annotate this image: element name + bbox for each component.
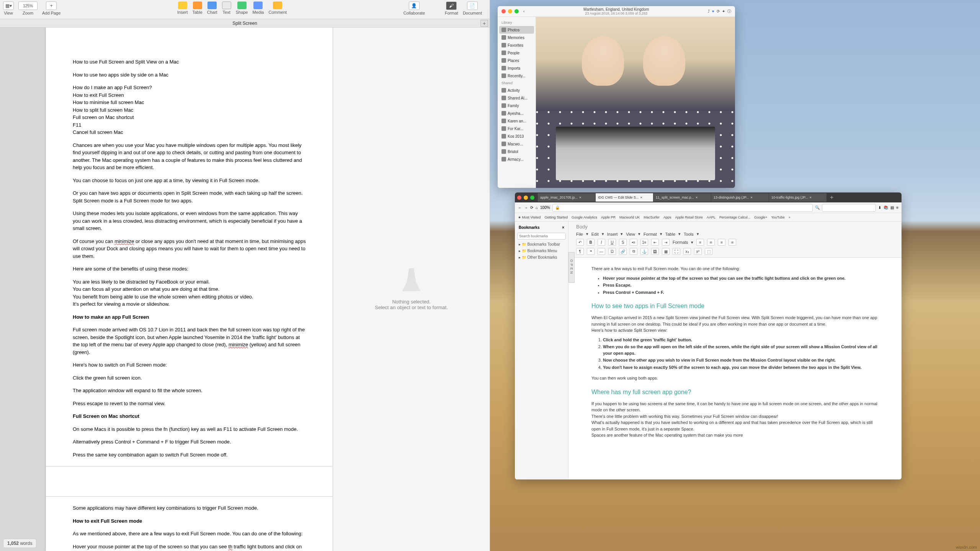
zoom-level[interactable]: 100% [540,205,550,210]
strike-button[interactable]: S [619,239,627,246]
info-icon[interactable]: ⓘ [727,9,731,14]
zoom-select[interactable]: 125% [18,2,38,10]
fullscreen-button[interactable]: ⛶ [673,248,680,255]
close-button[interactable] [517,196,521,200]
bookmark-item[interactable]: YouTube [771,215,784,219]
menu-edit[interactable]: Edit [591,232,599,236]
bookmark-item[interactable]: Google Analytics [572,215,597,219]
bookmark-item[interactable]: Apple Retail Store [675,215,703,219]
menu-file[interactable]: File [576,232,583,236]
tab-close-icon[interactable]: × [696,196,697,199]
enhance-icon[interactable]: ✦ [722,9,725,13]
forward-button[interactable]: → [524,205,528,210]
bookmark-item[interactable]: ★ Most Visited [518,215,541,219]
bookmark-item[interactable]: MacSurfer [644,215,660,219]
browser-tab[interactable]: 11_split_screen_mac.p...× [653,193,711,202]
sidebar-recently[interactable]: Recently... [499,72,534,80]
bookmark-item[interactable]: Getting Started [544,215,568,219]
number-list-button[interactable]: 1≡ [640,239,648,246]
library-icon[interactable]: 📚 [884,205,888,210]
sidebar-people[interactable]: People [499,49,534,57]
browser-tab[interactable]: apple_imac_201705.jp...× [538,193,595,202]
bold-button[interactable]: B [587,239,595,246]
reload-button[interactable]: ⟳ [530,205,533,210]
sidebar-places[interactable]: Places [499,57,534,64]
table-button[interactable]: ▦ [662,248,670,255]
sidebar-activity[interactable]: Activity [499,86,534,94]
subscript-button[interactable]: x₂ [683,248,691,255]
sidebar-photos[interactable]: Photos [499,26,534,34]
bookmark-folder[interactable]: ▸ 📁 Bookmarks Toolbar [517,241,566,248]
anchor-button[interactable]: ⚓ [640,248,648,255]
sidebar-imports[interactable]: Imports [499,64,534,72]
browser-tab[interactable]: 13-distinguish.jpg (JP...× [711,193,769,202]
share-icon[interactable]: ⤴ [708,9,710,13]
new-tab-button[interactable]: + [827,194,836,201]
minimize-button[interactable] [508,9,512,13]
sidebar-close-icon[interactable]: × [562,225,564,230]
align-center-button[interactable]: ≡ [707,239,715,246]
favorite-icon[interactable]: ♥ [712,9,714,13]
url-bar[interactable]: 🔒 [552,204,813,212]
add-page-button[interactable]: + [46,2,57,10]
insert-button[interactable] [178,2,187,9]
bookmark-folder[interactable]: ▸ 📁 Bookmarks Menu [517,248,566,254]
album-item[interactable]: Ayesha... [499,109,534,117]
download-icon[interactable]: ⬇ [878,205,881,210]
new-tab-button[interactable]: + [480,20,488,27]
comment-button[interactable] [273,2,282,9]
collaborate-button[interactable]: 👤 [409,2,420,10]
table-button[interactable] [193,2,202,9]
browser-tab[interactable]: 10-traffic-lights.jpg (JP...× [769,193,826,202]
italic-button[interactable]: I [598,239,605,246]
sidebar-shared-albums[interactable]: Shared Al... [499,94,534,102]
document-button[interactable]: 📄 [467,2,478,10]
album-item[interactable]: Family [499,102,534,109]
align-left-button[interactable]: ≡ [696,239,704,246]
album-item[interactable]: Macwo... [499,140,534,148]
search-icon[interactable]: 🔍 [815,205,820,210]
superscript-button[interactable]: x² [694,248,702,255]
align-right-button[interactable]: ≡ [718,239,725,246]
minimize-button[interactable] [524,196,528,200]
menu-view[interactable]: View [626,232,635,236]
align-justify-button[interactable]: ≡ [728,239,736,246]
bookmark-item[interactable]: Google+ [754,215,767,219]
outdent-button[interactable]: ⇤ [651,239,659,246]
back-button[interactable]: ← [518,205,522,210]
link-button[interactable]: 🔗 [619,248,627,255]
close-button[interactable] [501,9,506,13]
rotate-icon[interactable]: ⟳ [717,9,720,13]
bookmark-item[interactable]: Apps [663,215,671,219]
album-item[interactable]: Kos 2013 [499,132,534,140]
bookmark-item[interactable]: AAPL [707,215,715,219]
browser-tab[interactable]: IDG CMS — Edit Slide S...× [596,193,653,202]
menu-insert[interactable]: Insert [607,232,618,236]
text-button[interactable] [222,2,231,9]
sidebar-icon[interactable]: ▤ [890,205,894,210]
paragraph-button[interactable]: ¶ [576,248,584,255]
bookmark-item[interactable]: Percentage Calcul... [719,215,750,219]
tab-close-icon[interactable]: × [810,196,812,199]
media-button[interactable] [253,2,263,9]
special-char-button[interactable]: Ω [608,248,616,255]
fullscreen-button[interactable] [514,9,519,13]
home-button[interactable]: ⌂ [536,205,538,210]
indent-button[interactable]: ⇥ [662,239,670,246]
bullet-list-button[interactable]: •≡ [630,239,637,246]
hr-button[interactable]: — [598,248,605,255]
editor-content[interactable]: There are a few ways to exit Full Screen… [568,258,902,479]
underline-button[interactable]: U [608,239,616,246]
unlink-button[interactable]: ⧉ [630,248,637,255]
tab-close-icon[interactable]: × [579,196,581,199]
bookmark-item[interactable]: Macworld UK [619,215,640,219]
fullscreen-button[interactable] [530,196,534,200]
menu-tools[interactable]: Tools [684,232,694,236]
format-button[interactable]: 🖌 [446,2,457,10]
sidebar-favorites[interactable]: Favorites [499,41,534,49]
quote-button[interactable]: ❝ [587,248,595,255]
album-item[interactable]: Karen an... [499,117,534,125]
formats-dropdown[interactable]: Formats [673,240,688,245]
tab-close-icon[interactable]: × [750,196,752,199]
open-tab-handle[interactable]: OPEN [568,252,575,283]
